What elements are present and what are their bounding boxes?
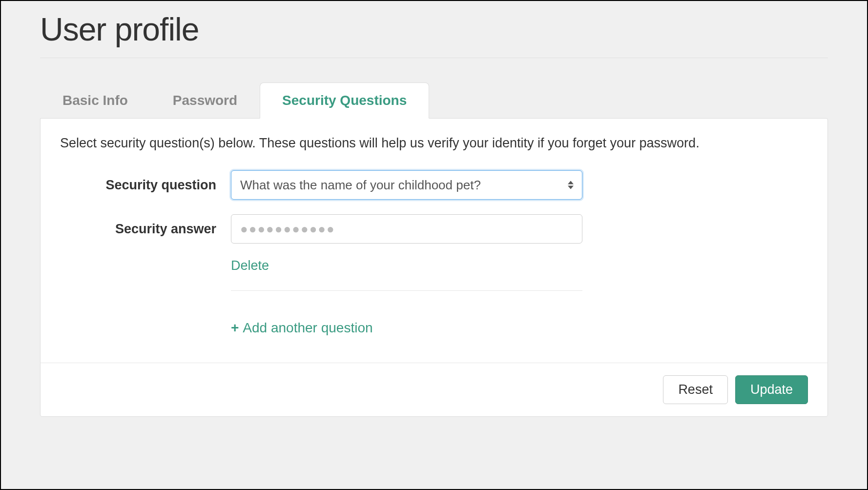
section-divider [231,290,582,291]
add-row: + Add another question [60,320,808,336]
security-question-row: Security question What was the name of y… [60,170,808,200]
footer: Reset Update [41,363,827,416]
reset-button[interactable]: Reset [663,375,728,404]
add-link-label: Add another question [243,320,372,336]
security-answer-control [231,214,582,244]
tab-security-questions[interactable]: Security Questions [260,82,429,119]
security-answer-input[interactable] [231,214,582,244]
delete-link[interactable]: Delete [231,258,269,273]
tab-password[interactable]: Password [150,82,260,118]
tab-basic-info[interactable]: Basic Info [40,82,150,118]
title-divider [40,58,828,58]
select-wrapper: What was the name of your childhood pet? [231,170,582,200]
security-question-select[interactable]: What was the name of your childhood pet? [231,170,582,200]
update-button[interactable]: Update [735,375,808,404]
security-answer-label: Security answer [60,222,231,237]
add-another-question-link[interactable]: + Add another question [231,320,373,336]
security-question-label: Security question [60,178,231,193]
security-answer-row: Security answer [60,214,808,244]
page-title: User profile [40,11,828,48]
instruction-text: Select security question(s) below. These… [60,136,808,151]
tab-content: Select security question(s) below. These… [40,118,828,417]
delete-row: Delete [60,258,808,273]
tabs-container: Basic Info Password Security Questions [40,82,828,118]
security-question-control: What was the name of your childhood pet? [231,170,582,200]
plus-icon: + [231,320,239,336]
